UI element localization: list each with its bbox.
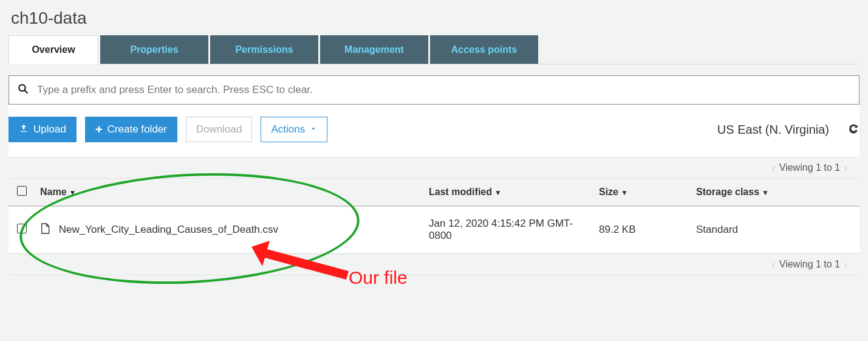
column-name[interactable]: Name▼ bbox=[35, 179, 424, 206]
actions-label: Actions bbox=[271, 123, 305, 136]
column-checkbox[interactable] bbox=[9, 179, 35, 206]
object-table: Name▼ Last modified▼ Size▼ Storage class… bbox=[9, 179, 859, 253]
svg-line-1 bbox=[24, 90, 27, 93]
tab-permissions[interactable]: Permissions bbox=[210, 35, 318, 64]
cell-size: 89.2 KB bbox=[594, 206, 691, 253]
sort-caret-icon: ▼ bbox=[494, 188, 502, 197]
pager-prev-icon[interactable]: ‹ bbox=[772, 258, 776, 271]
upload-icon bbox=[19, 123, 29, 136]
column-storage-class-label: Storage class bbox=[696, 187, 759, 197]
refresh-icon[interactable] bbox=[847, 122, 859, 137]
tab-properties[interactable]: Properties bbox=[100, 35, 208, 64]
column-storage-class[interactable]: Storage class▼ bbox=[691, 179, 859, 206]
plus-icon: + bbox=[95, 123, 103, 136]
cell-last-modified: Jan 12, 2020 4:15:42 PM GMT-0800 bbox=[424, 206, 594, 253]
create-folder-button[interactable]: + Create folder bbox=[85, 117, 177, 142]
sort-caret-icon: ▼ bbox=[762, 188, 769, 197]
tab-overview[interactable]: Overview bbox=[9, 35, 98, 64]
sort-caret-icon: ▼ bbox=[69, 188, 77, 197]
sort-caret-icon: ▼ bbox=[621, 188, 628, 197]
column-last-modified-label: Last modified bbox=[429, 187, 492, 197]
upload-button[interactable]: Upload bbox=[9, 117, 77, 142]
download-button: Download bbox=[186, 117, 253, 142]
region-label: US East (N. Virginia) bbox=[717, 123, 829, 137]
create-folder-label: Create folder bbox=[108, 123, 167, 136]
search-icon bbox=[18, 83, 29, 97]
column-name-label: Name bbox=[40, 187, 67, 197]
pager-next-icon[interactable]: › bbox=[844, 258, 847, 271]
tab-access-points[interactable]: Access points bbox=[430, 35, 538, 64]
row-checkbox[interactable] bbox=[17, 224, 27, 233]
bucket-title: ch10-data bbox=[11, 9, 859, 28]
pager-prev-icon[interactable]: ‹ bbox=[772, 162, 776, 174]
file-name[interactable]: New_York_City_Leading_Causes_of_Death.cs… bbox=[59, 223, 278, 235]
select-all-checkbox[interactable] bbox=[17, 186, 27, 196]
column-last-modified[interactable]: Last modified▼ bbox=[424, 179, 594, 206]
pager-text: Viewing 1 to 1 bbox=[779, 162, 840, 173]
pager-next-icon[interactable]: › bbox=[844, 162, 847, 174]
table-row[interactable]: New_York_City_Leading_Causes_of_Death.cs… bbox=[9, 206, 859, 253]
cell-storage-class: Standard bbox=[691, 206, 859, 253]
pager-top: ‹ Viewing 1 to 1 › bbox=[9, 157, 859, 179]
pager-bottom: ‹ Viewing 1 to 1 › bbox=[9, 253, 859, 275]
pager-text: Viewing 1 to 1 bbox=[779, 259, 840, 270]
toolbar: Upload + Create folder Download Actions … bbox=[9, 117, 859, 142]
file-icon bbox=[40, 222, 50, 238]
column-size[interactable]: Size▼ bbox=[594, 179, 691, 206]
search-box[interactable] bbox=[9, 75, 859, 105]
chevron-down-icon bbox=[310, 125, 317, 134]
column-size-label: Size bbox=[599, 187, 618, 197]
search-input[interactable] bbox=[37, 84, 850, 96]
tab-management[interactable]: Management bbox=[320, 35, 428, 64]
upload-label: Upload bbox=[33, 123, 66, 136]
actions-button[interactable]: Actions bbox=[261, 117, 327, 142]
download-label: Download bbox=[196, 123, 242, 136]
svg-point-0 bbox=[19, 84, 26, 91]
tab-bar: Overview Properties Permissions Manageme… bbox=[9, 35, 859, 64]
